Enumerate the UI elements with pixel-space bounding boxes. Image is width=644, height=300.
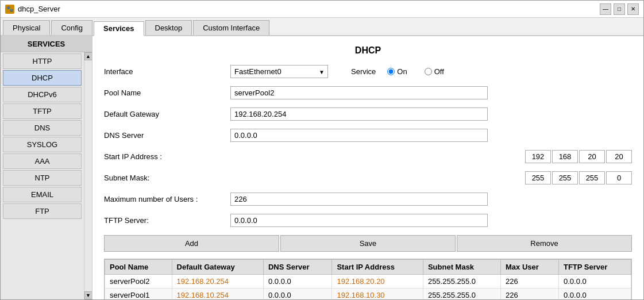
- max-users-row: Maximum number of Users :: [104, 193, 632, 206]
- title-bar-left: 🐾 dhcp_Server: [5, 5, 60, 14]
- dhcp-table: Pool Name Default Gateway DNS Server Sta…: [104, 259, 632, 299]
- default-gateway-label: Default Gateway: [104, 110, 230, 118]
- app-icon: 🐾: [5, 5, 14, 14]
- cell-pool-name: serverPool2: [105, 275, 172, 289]
- tab-desktop[interactable]: Desktop: [145, 20, 192, 35]
- interface-label: Interface: [104, 67, 230, 76]
- tftp-server-label: TFTP Server:: [104, 216, 230, 225]
- subnet-mask-fields: [525, 171, 632, 184]
- tftp-server-row: TFTP Server:: [104, 214, 632, 227]
- max-users-label: Maximum number of Users :: [104, 195, 230, 203]
- tab-bar: Physical Config Services Desktop Custom …: [1, 18, 643, 36]
- subnet-mask-row: Subnet Mask:: [104, 171, 632, 184]
- sidebar-item-ntp[interactable]: NTP: [3, 170, 82, 186]
- col-pool-name: Pool Name: [105, 260, 172, 275]
- cell-subnet: 255.255.255.0: [423, 275, 500, 289]
- minimize-button[interactable]: —: [600, 3, 611, 15]
- cell-max-user: 226: [501, 275, 559, 289]
- interface-select-wrapper[interactable]: FastEthernet0 FastEthernet1: [230, 65, 328, 78]
- service-label: Service: [351, 67, 376, 76]
- dns-server-input[interactable]: [230, 129, 488, 142]
- cell-tftp: 0.0.0.0: [558, 289, 631, 300]
- cell-start-ip: 192.168.20.20: [332, 275, 423, 289]
- scroll-up-button[interactable]: ▲: [84, 52, 92, 60]
- add-button[interactable]: Add: [104, 235, 279, 252]
- pool-name-label: Pool Name: [104, 89, 230, 97]
- cell-max-user: 226: [501, 289, 559, 300]
- interface-select[interactable]: FastEthernet0 FastEthernet1: [230, 65, 328, 78]
- radio-off[interactable]: [425, 68, 432, 75]
- tab-config[interactable]: Config: [51, 20, 92, 35]
- start-ip-row: Start IP Address :: [104, 150, 632, 163]
- content-panel: DHCP Interface FastEthernet0 FastEtherne…: [92, 36, 643, 299]
- sidebar-header: SERVICES: [1, 36, 92, 52]
- sidebar: SERVICES HTTP DHCP DHCPv6 TFTP DNS SYSLO…: [1, 36, 92, 299]
- cell-dns: 0.0.0.0: [263, 289, 331, 300]
- cell-start-ip: 192.168.10.30: [332, 289, 423, 300]
- sidebar-item-email[interactable]: EMAIL: [3, 187, 82, 202]
- start-ip-field-4[interactable]: [606, 150, 632, 163]
- dns-server-row: DNS Server: [104, 129, 632, 142]
- subnet-field-3[interactable]: [579, 171, 605, 184]
- window-controls: — □ ✕: [600, 3, 639, 15]
- table-row[interactable]: serverPool2 192.168.20.254 0.0.0.0 192.1…: [105, 275, 631, 289]
- table-body: serverPool2 192.168.20.254 0.0.0.0 192.1…: [105, 275, 631, 300]
- sidebar-item-http[interactable]: HTTP: [3, 53, 82, 69]
- sidebar-item-dns[interactable]: DNS: [3, 120, 82, 136]
- pool-table: Pool Name Default Gateway DNS Server Sta…: [105, 259, 631, 299]
- service-on-radio[interactable]: On: [387, 67, 407, 76]
- window-title: dhcp_Server: [18, 5, 60, 13]
- action-buttons: Add Save Remove: [104, 235, 632, 252]
- sidebar-item-ftp[interactable]: FTP: [3, 203, 82, 219]
- sidebar-item-tftp[interactable]: TFTP: [3, 103, 82, 119]
- radio-on[interactable]: [387, 68, 395, 75]
- col-tftp-server: TFTP Server: [558, 260, 631, 275]
- title-bar: 🐾 dhcp_Server — □ ✕: [1, 1, 643, 18]
- subnet-mask-label: Subnet Mask:: [104, 174, 230, 182]
- tab-services[interactable]: Services: [94, 21, 144, 36]
- default-gateway-input[interactable]: [230, 107, 488, 121]
- cell-dns: 0.0.0.0: [263, 275, 331, 289]
- sidebar-item-aaa[interactable]: AAA: [3, 153, 82, 169]
- col-max-user: Max User: [501, 260, 559, 275]
- start-ip-label: Start IP Address :: [104, 152, 230, 161]
- pool-name-row: Pool Name: [104, 86, 632, 99]
- start-ip-fields: [525, 150, 632, 163]
- sidebar-item-syslog[interactable]: SYSLOG: [3, 137, 82, 152]
- tab-custom-interface[interactable]: Custom Interface: [193, 20, 269, 35]
- tftp-server-input[interactable]: [230, 214, 488, 227]
- subnet-field-1[interactable]: [525, 171, 551, 184]
- start-ip-field-2[interactable]: [552, 150, 578, 163]
- sidebar-scrollbar: ▲ ▼: [84, 52, 92, 299]
- remove-button[interactable]: Remove: [457, 235, 632, 252]
- section-title: DHCP: [104, 45, 632, 56]
- start-ip-field-1[interactable]: [525, 150, 551, 163]
- cell-tftp: 0.0.0.0: [558, 275, 631, 289]
- col-subnet-mask: Subnet Mask: [423, 260, 500, 275]
- sidebar-item-dhcpv6[interactable]: DHCPv6: [3, 87, 82, 102]
- max-users-input[interactable]: [230, 193, 488, 206]
- start-ip-field-3[interactable]: [579, 150, 605, 163]
- main-window: 🐾 dhcp_Server — □ ✕ Physical Config Serv…: [0, 0, 644, 300]
- col-dns-server: DNS Server: [263, 260, 331, 275]
- sidebar-item-dhcp[interactable]: DHCP: [3, 70, 82, 86]
- service-off-radio[interactable]: Off: [425, 67, 444, 76]
- pool-name-input[interactable]: [230, 86, 488, 99]
- service-radio-group: On Off: [387, 67, 444, 76]
- close-button[interactable]: ✕: [627, 3, 639, 15]
- table-row[interactable]: serverPool1 192.168.10.254 0.0.0.0 192.1…: [105, 289, 631, 300]
- dns-server-label: DNS Server: [104, 131, 230, 140]
- scroll-down-button[interactable]: ▼: [84, 291, 92, 299]
- col-start-ip: Start IP Address: [332, 260, 423, 275]
- scroll-track: [84, 60, 92, 291]
- subnet-field-2[interactable]: [552, 171, 578, 184]
- save-button[interactable]: Save: [280, 235, 456, 252]
- cell-pool-name: serverPool1: [105, 289, 172, 300]
- interface-service-row: Interface FastEthernet0 FastEthernet1 Se…: [104, 65, 632, 78]
- cell-subnet: 255.255.255.0: [423, 289, 500, 300]
- maximize-button[interactable]: □: [614, 3, 625, 15]
- subnet-field-4[interactable]: [606, 171, 632, 184]
- cell-gateway: 192.168.20.254: [172, 275, 263, 289]
- tab-physical[interactable]: Physical: [3, 20, 50, 35]
- sidebar-items: HTTP DHCP DHCPv6 TFTP DNS SYSLOG AAA NTP…: [1, 52, 84, 299]
